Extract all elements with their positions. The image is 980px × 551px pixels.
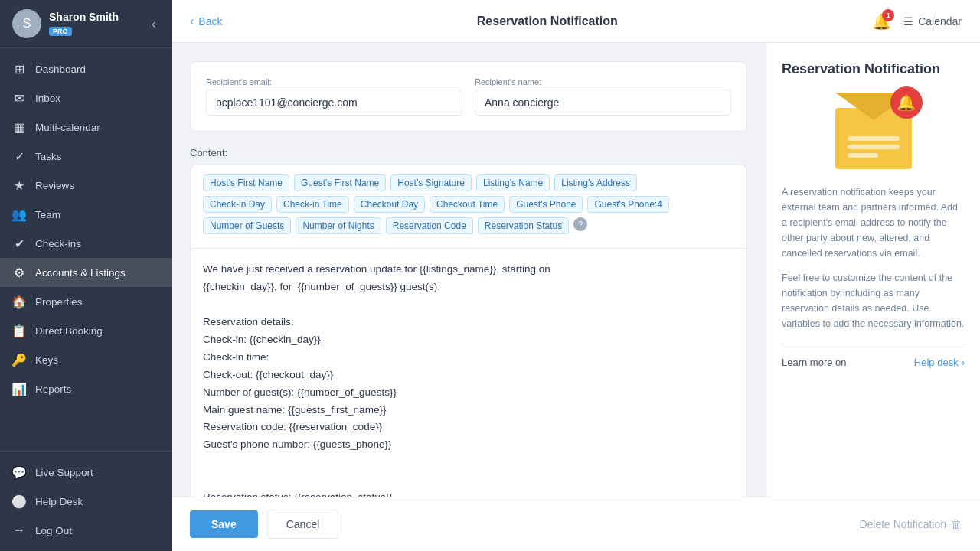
main: ‹ Back Reservation Notification 🔔 1 ☰ Ca… [172, 0, 980, 551]
tag-checkin-time[interactable]: Check-in Time [276, 196, 349, 213]
delete-notification-button[interactable]: Delete Notification 🗑 [859, 518, 962, 530]
pro-badge: PRO [49, 27, 72, 36]
cancel-button[interactable]: Cancel [267, 510, 339, 539]
recipient-email-input[interactable] [206, 90, 462, 116]
sidebar: S Sharon Smith PRO ‹ ⊞ Dashboard ✉ Inbox… [0, 0, 172, 551]
right-panel-divider [782, 344, 965, 344]
trash-icon: 🗑 [951, 518, 962, 530]
sidebar-footer: 💬 Live Support ⚪ Help Desk → Log Out [0, 451, 172, 551]
tags-row-2: Check-in Day Check-in Time Checkout Day … [203, 196, 734, 213]
tag-reservation-status[interactable]: Reservation Status [478, 217, 569, 234]
recipient-name-input[interactable] [475, 90, 731, 116]
tag-number-of-guests[interactable]: Number of Guests [203, 217, 291, 234]
help-desk-link[interactable]: Help desk › [914, 357, 965, 368]
tag-hosts-first-name[interactable]: Host's First Name [203, 174, 289, 191]
env-line-1 [848, 136, 900, 141]
sidebar-item-label: Direct Booking [35, 325, 103, 337]
content-area: Recipient's email: Recipient's name: Con… [172, 43, 980, 497]
delete-notification-label: Delete Notification [859, 518, 946, 530]
recipient-name-label: Recipient's name: [475, 77, 731, 86]
sidebar-item-label: Team [35, 209, 60, 220]
check-ins-icon: ✔ [12, 236, 26, 250]
sidebar-item-tasks[interactable]: ✓ Tasks [0, 142, 172, 171]
sidebar-item-multi-calendar[interactable]: ▦ Multi-calendar [0, 112, 172, 142]
accounts-icon: ⚙ [12, 266, 26, 279]
sidebar-item-label: Properties [35, 296, 83, 308]
tag-guests-phone[interactable]: Guest's Phone [509, 196, 583, 213]
help-desk-link-label: Help desk [914, 357, 959, 368]
sidebar-item-properties[interactable]: 🏠 Properties [0, 287, 172, 316]
sidebar-item-label: Log Out [35, 525, 72, 536]
tag-reservation-code[interactable]: Reservation Code [386, 217, 473, 234]
recipient-name-group: Recipient's name: [475, 77, 731, 116]
tag-checkout-day[interactable]: Checkout Day [354, 196, 425, 213]
tag-checkin-day[interactable]: Check-in Day [203, 196, 272, 213]
sidebar-item-label: Inbox [35, 93, 60, 104]
envelope-lines [848, 136, 900, 161]
tag-guests-phone-4[interactable]: Guest's Phone:4 [587, 196, 668, 213]
keys-icon: 🔑 [12, 353, 26, 367]
sidebar-item-label: Tasks [35, 151, 62, 162]
sidebar-collapse-button[interactable]: ‹ [149, 13, 159, 35]
sidebar-item-reports[interactable]: 📊 Reports [0, 374, 172, 403]
envelope-illustration: 🔔 [828, 93, 920, 169]
help-icon[interactable]: ? [573, 217, 587, 231]
properties-icon: 🏠 [12, 295, 26, 308]
sidebar-item-accounts-listings[interactable]: ⚙ Accounts & Listings [0, 258, 172, 287]
sidebar-item-keys[interactable]: 🔑 Keys [0, 345, 172, 374]
sidebar-item-label: Accounts & Listings [35, 267, 126, 279]
illustration: 🔔 [782, 93, 965, 169]
live-support-icon: 💬 [12, 465, 26, 479]
sidebar-item-live-support[interactable]: 💬 Live Support [0, 458, 172, 487]
sidebar-user: S Sharon Smith PRO [12, 9, 119, 38]
bell-badge: 1 [882, 9, 894, 21]
learn-more-label: Learn more on [782, 357, 847, 368]
notification-bell-button[interactable]: 🔔 1 [872, 12, 891, 31]
tasks-icon: ✓ [12, 149, 26, 163]
help-desk-icon: ⚪ [12, 494, 26, 508]
dashboard-icon: ⊞ [12, 62, 26, 76]
multi-calendar-icon: ▦ [12, 120, 26, 134]
sidebar-item-log-out[interactable]: → Log Out [0, 516, 172, 545]
help-link-row: Learn more on Help desk › [782, 357, 965, 368]
tags-row-1: Host's First Name Guest's First Name Hos… [203, 174, 734, 191]
tag-checkout-time[interactable]: Checkout Time [430, 196, 505, 213]
team-icon: 👥 [12, 207, 26, 221]
right-panel-title: Reservation Notification [782, 61, 965, 77]
calendar-label: Calendar [918, 15, 962, 28]
avatar: S [12, 9, 41, 38]
calendar-icon: ☰ [903, 15, 913, 28]
right-panel-desc-2: Feel free to customize the content of th… [782, 270, 965, 331]
calendar-button[interactable]: ☰ Calendar [903, 15, 962, 28]
direct-booking-icon: 📋 [12, 324, 26, 337]
sidebar-username: Sharon Smith [49, 11, 119, 24]
tag-listings-name[interactable]: Listing's Name [476, 174, 550, 191]
sidebar-item-check-ins[interactable]: ✔ Check-ins [0, 229, 172, 258]
reports-icon: 📊 [12, 382, 26, 396]
sidebar-item-dashboard[interactable]: ⊞ Dashboard [0, 54, 172, 83]
sidebar-item-direct-booking[interactable]: 📋 Direct Booking [0, 316, 172, 345]
content-section: Content: Host's First Name Guest's First… [190, 147, 747, 497]
content-textarea[interactable]: We have just received a reservation upda… [190, 248, 747, 497]
sidebar-item-help-desk[interactable]: ⚪ Help Desk [0, 487, 172, 516]
topbar: ‹ Back Reservation Notification 🔔 1 ☰ Ca… [172, 0, 980, 43]
sidebar-item-label: Help Desk [35, 496, 83, 507]
tag-number-of-nights[interactable]: Number of Nights [296, 217, 381, 234]
sidebar-item-reviews[interactable]: ★ Reviews [0, 171, 172, 200]
recipient-email-label: Recipient's email: [206, 77, 462, 86]
sidebar-item-label: Reports [35, 383, 71, 395]
right-panel-desc-1: A reservation notification keeps your ex… [782, 184, 965, 261]
sidebar-item-label: Reviews [35, 180, 74, 191]
topbar-actions: 🔔 1 ☰ Calendar [872, 12, 962, 31]
back-button[interactable]: ‹ Back [190, 15, 222, 28]
notification-bell-illustration: 🔔 [890, 86, 923, 119]
sidebar-item-inbox[interactable]: ✉ Inbox [0, 83, 172, 112]
sidebar-item-label: Keys [35, 354, 58, 366]
tag-listings-address[interactable]: Listing's Address [554, 174, 637, 191]
env-line-3 [848, 153, 878, 158]
tag-hosts-signature[interactable]: Host's Signature [390, 174, 472, 191]
help-desk-chevron-icon: › [962, 357, 965, 368]
save-button[interactable]: Save [190, 510, 258, 538]
tag-guests-first-name[interactable]: Guest's First Name [294, 174, 386, 191]
sidebar-item-team[interactable]: 👥 Team [0, 200, 172, 229]
